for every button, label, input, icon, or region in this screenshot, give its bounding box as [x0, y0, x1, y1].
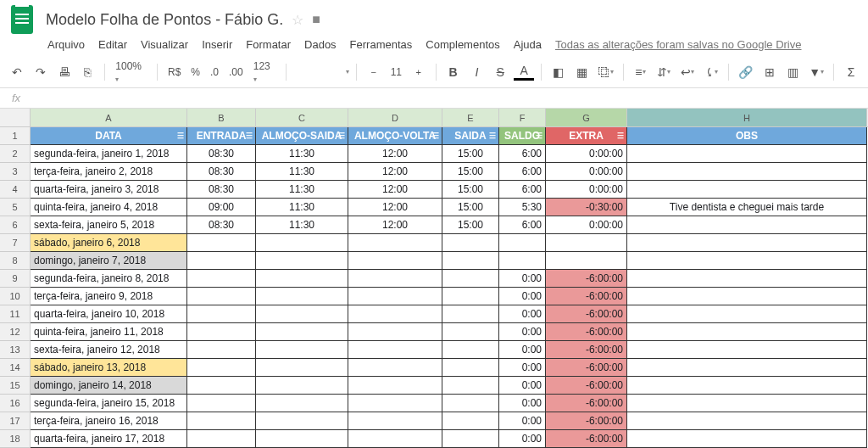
sheets-logo-icon[interactable] — [7, 4, 37, 35]
select-all-corner[interactable] — [0, 109, 31, 126]
row-header[interactable]: 4 — [0, 181, 31, 199]
cell-data[interactable]: quarta-feira, janeiro 3, 2018 — [31, 181, 187, 199]
sheet-grid[interactable]: A B C D E F G H 1 DATA☰ ENTRADA☰ ALMOÇO-… — [0, 109, 868, 448]
cell-almoco-saida[interactable] — [256, 252, 348, 270]
cell-obs[interactable] — [627, 377, 867, 395]
col-header[interactable]: B — [187, 109, 256, 126]
cell-obs[interactable] — [627, 395, 867, 412]
col-header[interactable]: A — [31, 109, 187, 126]
cell-almoco-volta[interactable] — [348, 323, 442, 341]
cell-almoco-saida[interactable] — [256, 377, 348, 395]
cell-extra[interactable]: 0:00:00 — [546, 216, 627, 234]
cell-saida[interactable]: 15:00 — [442, 181, 499, 199]
cell-saldo[interactable]: 6:00 — [499, 216, 546, 234]
menu-inserir[interactable]: Inserir — [202, 38, 232, 51]
cell-data[interactable]: domingo, janeiro 7, 2018 — [31, 252, 187, 270]
row-header[interactable]: 5 — [0, 199, 31, 216]
cell-obs[interactable] — [627, 234, 867, 252]
cell-saldo[interactable]: 6:00 — [499, 181, 546, 199]
menu-arquivo[interactable]: Arquivo — [47, 38, 85, 51]
cell-obs[interactable] — [627, 145, 867, 163]
cell-extra[interactable]: -0:30:00 — [546, 199, 627, 216]
cell-saldo[interactable]: 0:00 — [499, 395, 546, 412]
cell-data[interactable]: terça-feira, janeiro 16, 2018 — [31, 412, 187, 430]
menu-ajuda[interactable]: Ajuda — [514, 38, 542, 51]
fill-color-button[interactable]: ◧ — [548, 62, 569, 82]
cell-saldo[interactable]: 0:00 — [499, 341, 546, 359]
cell-obs[interactable] — [627, 252, 867, 270]
cell-almoco-saida[interactable]: 11:30 — [256, 163, 348, 181]
row-header[interactable]: 9 — [0, 270, 31, 288]
cell-saldo[interactable]: 0:00 — [499, 412, 546, 430]
filter-button[interactable]: ▼ — [806, 62, 826, 82]
cell-obs[interactable]: Tive dentista e cheguei mais tarde — [627, 199, 867, 216]
row-header[interactable]: 6 — [0, 216, 31, 234]
redo-button[interactable]: ↷ — [31, 62, 51, 82]
cell-saida[interactable] — [442, 412, 499, 430]
cell-almoco-volta[interactable] — [348, 234, 442, 252]
cell-almoco-saida[interactable] — [256, 395, 348, 412]
zoom-dropdown[interactable]: 100% — [112, 60, 150, 84]
cell-obs[interactable] — [627, 412, 867, 430]
cell-almoco-saida[interactable]: 11:30 — [256, 145, 348, 163]
hdr-almoco-saida[interactable]: ALMOÇO-SAIDA☰ — [256, 127, 348, 145]
cell-data[interactable]: segunda-feira, janeiro 1, 2018 — [31, 145, 187, 163]
cell-almoco-volta[interactable] — [348, 341, 442, 359]
cell-obs[interactable] — [627, 430, 867, 448]
cell-saldo[interactable]: 5:30 — [499, 199, 546, 216]
cell-extra[interactable] — [546, 234, 627, 252]
cell-data[interactable]: terça-feira, janeiro 2, 2018 — [31, 163, 187, 181]
row-header[interactable]: 7 — [0, 234, 31, 252]
italic-button[interactable]: I — [467, 62, 487, 82]
formula-bar[interactable]: fx — [0, 88, 868, 109]
row-header[interactable]: 13 — [0, 341, 31, 359]
cell-extra[interactable]: -6:00:00 — [546, 323, 627, 341]
cell-almoco-volta[interactable] — [348, 395, 442, 412]
row-header[interactable]: 10 — [0, 288, 31, 305]
chart-button[interactable]: ▥ — [782, 62, 803, 82]
menu-ferramentas[interactable]: Ferramentas — [350, 38, 413, 51]
cell-saida[interactable] — [442, 270, 499, 288]
cell-data[interactable]: segunda-feira, janeiro 8, 2018 — [31, 270, 187, 288]
cell-extra[interactable]: -6:00:00 — [546, 359, 627, 377]
cell-extra[interactable]: 0:00:00 — [546, 145, 627, 163]
cell-almoco-volta[interactable]: 12:00 — [348, 181, 442, 199]
cell-data[interactable]: domingo, janeiro 14, 2018 — [31, 377, 187, 395]
cell-extra[interactable] — [546, 252, 627, 270]
merge-button[interactable]: ⿻ — [596, 62, 616, 82]
cell-almoco-saida[interactable] — [256, 430, 348, 448]
cell-almoco-volta[interactable]: 12:00 — [348, 199, 442, 216]
cell-almoco-volta[interactable] — [348, 270, 442, 288]
hdr-saldo[interactable]: SALDO☰ — [499, 127, 546, 145]
cell-entrada[interactable]: 08:30 — [187, 181, 256, 199]
menu-formatar[interactable]: Formatar — [246, 38, 291, 51]
paint-format-button[interactable]: ⎘ — [77, 62, 97, 82]
hdr-almoco-volta[interactable]: ALMOÇO-VOLTA☰ — [348, 127, 442, 145]
cell-entrada[interactable] — [187, 412, 256, 430]
cell-entrada[interactable] — [187, 288, 256, 305]
cell-extra[interactable]: -6:00:00 — [546, 305, 627, 323]
hdr-obs[interactable]: OBS — [627, 127, 867, 145]
cell-data[interactable]: quinta-feira, janeiro 4, 2018 — [31, 199, 187, 216]
cell-entrada[interactable] — [187, 359, 256, 377]
cell-saida[interactable] — [442, 341, 499, 359]
cell-data[interactable]: sábado, janeiro 6, 2018 — [31, 234, 187, 252]
cell-saida[interactable]: 15:00 — [442, 145, 499, 163]
dec-less-button[interactable]: .0 — [207, 66, 222, 78]
currency-button[interactable]: R$ — [164, 66, 184, 78]
bold-button[interactable]: B — [443, 62, 464, 82]
cell-entrada[interactable] — [187, 377, 256, 395]
cell-entrada[interactable]: 08:30 — [187, 163, 256, 181]
cell-obs[interactable] — [627, 270, 867, 288]
menu-dados[interactable]: Dados — [304, 38, 337, 51]
cell-entrada[interactable]: 08:30 — [187, 145, 256, 163]
folder-icon[interactable]: ■ — [312, 12, 320, 27]
cell-saldo[interactable]: 0:00 — [499, 270, 546, 288]
cell-entrada[interactable]: 08:30 — [187, 216, 256, 234]
cell-almoco-volta[interactable]: 12:00 — [348, 163, 442, 181]
save-status[interactable]: Todas as alterações foram salvas no Goog… — [555, 38, 801, 51]
font-size-inc[interactable]: + — [409, 62, 429, 82]
cell-obs[interactable] — [627, 288, 867, 305]
hdr-entrada[interactable]: ENTRADA☰ — [187, 127, 256, 145]
row-header[interactable]: 11 — [0, 305, 31, 323]
